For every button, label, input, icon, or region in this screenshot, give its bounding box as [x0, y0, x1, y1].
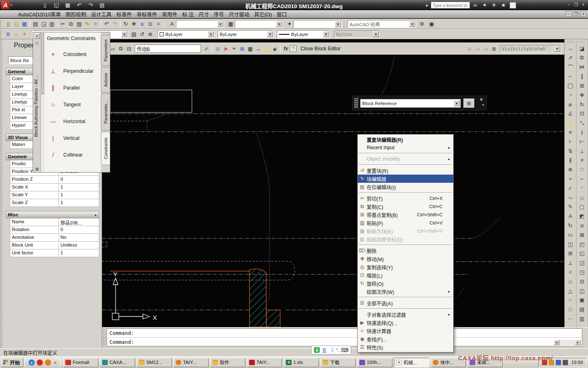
jogged-linear-icon[interactable]: 〜: [566, 193, 575, 202]
undo-icon[interactable]: ↶: [102, 20, 111, 28]
plot-icon[interactable]: ▤: [31, 20, 40, 28]
save-block-as-icon[interactable]: ⧉: [117, 45, 125, 53]
taskbar-jixie-acad[interactable]: A 机械...: [394, 358, 429, 367]
context-menu-item[interactable]: [359, 245, 452, 245]
angular-dimension-icon[interactable]: ∠: [566, 109, 575, 119]
bedit-icon[interactable]: [280, 45, 281, 52]
search-icon[interactable]: ∞: [472, 2, 479, 9]
tab-parameters[interactable]: Parameters: [101, 35, 110, 66]
modify-tool-11-icon[interactable]: ▣: [577, 296, 587, 305]
save-block-definition-icon[interactable]: ✔: [203, 45, 211, 53]
dim-tool-2-icon[interactable]: ⊞: [566, 249, 575, 258]
modify-tool-4-icon[interactable]: ⊠: [577, 230, 587, 240]
style-icon[interactable]: ▦: [227, 20, 235, 28]
menu-copy-selection[interactable]: ◎ 复制选择(Y): [358, 263, 453, 271]
favorites-icon[interactable]: ★: [500, 2, 507, 9]
modify-tool-5-icon[interactable]: ◰: [577, 240, 587, 249]
block-name-input[interactable]: [135, 45, 201, 53]
toolbar-icon[interactable]: [164, 20, 164, 28]
move-icon[interactable]: ✥: [577, 90, 587, 100]
subscription-center-icon[interactable]: ✦: [481, 2, 488, 9]
scroll-left-icon[interactable]: ◄: [554, 340, 559, 345]
quick-dimension-icon[interactable]: ⚡: [566, 118, 575, 128]
menu-item[interactable]: 图形绘制: [63, 10, 89, 18]
pan-icon[interactable]: ✥: [130, 20, 138, 28]
menu-paste[interactable]: ▥ 粘贴(P) Ctrl+V: [358, 219, 453, 227]
block-reference-combo[interactable]: Block Reference: [360, 99, 461, 108]
style-icon[interactable]: ✦: [285, 20, 294, 28]
tray-icon-4[interactable]: [563, 360, 568, 365]
menu-find[interactable]: ◉ 查找(F)...: [358, 335, 453, 343]
linetype-combo[interactable]: ByLayer: [218, 30, 274, 38]
workspace-settings-icon[interactable]: ▣: [428, 20, 436, 28]
match-properties-icon[interactable]: ✎: [83, 20, 91, 28]
help-icon[interactable]: ?: [290, 45, 296, 52]
scroll-track[interactable]: [559, 340, 575, 345]
section-header-misc[interactable]: Misc: [6, 211, 99, 218]
redo-icon[interactable]: ↷: [111, 20, 119, 28]
start-button[interactable]: 开始: [1, 358, 23, 367]
aligned-dimension-icon[interactable]: ⇗: [566, 53, 575, 63]
plot-preview-icon[interactable]: ◲: [40, 20, 48, 28]
minimize-button[interactable]: [566, 2, 572, 7]
toolbar-grip[interactable]: [354, 98, 359, 108]
constraint-vertical[interactable]: | Vertical: [47, 130, 99, 146]
property-row[interactable]: Name部品208...: [10, 218, 99, 226]
constraint-parallel[interactable]: ∥ Parallel: [47, 79, 99, 96]
context-menu-item[interactable]: [359, 153, 452, 154]
toolbar-icon[interactable]: [57, 20, 58, 28]
color-combo[interactable]: ByLayer: [158, 30, 215, 38]
drawing-canvas[interactable]: Y X: [102, 55, 564, 327]
foxmail-icon[interactable]: [37, 359, 43, 366]
firefox-icon[interactable]: [45, 359, 51, 366]
tolerance-icon[interactable]: ⊕: [566, 165, 575, 174]
workspace-combo[interactable]: AutoCAD 经典: [347, 20, 416, 28]
action-icon[interactable]: ➤: [222, 45, 230, 53]
communication-center-icon[interactable]: ✈: [491, 2, 497, 9]
menu-quickcalc[interactable]: ⌗ 快速计算器: [358, 327, 453, 335]
constraint-lock-icon[interactable]: ⊠: [238, 45, 246, 53]
continue-dimension-icon[interactable]: ⊦: [566, 137, 575, 146]
mirror-icon[interactable]: ⋈: [577, 63, 587, 72]
menu-repeat-block-editor[interactable]: 重复块编辑器(R): [358, 135, 453, 144]
dim-tool-8-icon[interactable]: □: [566, 305, 575, 314]
command-line[interactable]: Command:: [107, 329, 582, 338]
toolbar-options-icon[interactable]: [481, 103, 484, 107]
block-editor-icon[interactable]: ✧: [91, 20, 100, 28]
explode-icon[interactable]: ◇: [577, 193, 587, 202]
dim-tool-4-icon[interactable]: ⌗: [566, 267, 575, 277]
toolbar-grip[interactable]: [578, 40, 586, 43]
doc-restore-button[interactable]: [573, 11, 579, 17]
menu-item[interactable]: 尺寸驱动: [227, 10, 252, 18]
taskbar-caxa[interactable]: CAXA...: [100, 358, 135, 367]
taskbar-taiy-pdf[interactable]: TAIY...: [247, 358, 282, 367]
menu-block-editor[interactable]: ✎ 块编辑器: [358, 175, 453, 183]
style-combo[interactable]: [176, 20, 224, 28]
parameters-manager-icon[interactable]: fx: [282, 45, 290, 53]
layer-freeze-icon[interactable]: ☀: [20, 30, 29, 38]
linear-dimension-icon[interactable]: ↔: [566, 44, 575, 53]
tab-parameter-sets[interactable]: Parameter...: [101, 94, 110, 130]
trim-icon[interactable]: ∤: [577, 128, 587, 137]
menu-paste-to-original-coords[interactable]: ▧ 粘贴到原坐标(D): [358, 235, 453, 243]
dim-tool-7-icon[interactable]: ○: [566, 296, 575, 305]
quickcalc-icon[interactable]: ⌗: [154, 20, 163, 28]
taskbar-100h[interactable]: 100h...: [357, 358, 392, 367]
command-grip[interactable]: [103, 329, 105, 346]
menu-item[interactable]: 标准件: [114, 10, 134, 18]
taskbar-sm12-folder[interactable]: SM12...: [137, 358, 172, 367]
quick-launch-more-icon[interactable]: »: [54, 360, 56, 365]
join-icon[interactable]: ∷: [577, 165, 587, 174]
menu-item[interactable]: 其它(O): [252, 10, 274, 18]
modify-tool-8-icon[interactable]: ◳: [577, 267, 587, 277]
menu-scale[interactable]: ⊡ 缩放(L): [358, 271, 453, 279]
menu-paste-as-block[interactable]: ▦ 粘贴为块(K) Ctrl+Shift+V: [358, 227, 453, 235]
dimension-style-icon[interactable]: ▭: [566, 230, 575, 240]
menu-recent-input[interactable]: Recent Input ►: [358, 144, 453, 152]
doc-minimize-button[interactable]: [566, 11, 572, 17]
copy-clip-icon[interactable]: ⧉: [67, 20, 75, 28]
toolbar-grip[interactable]: [567, 40, 574, 43]
close-icon[interactable]: ×: [34, 33, 40, 39]
context-menu-item[interactable]: [359, 308, 452, 309]
new-file-icon[interactable]: ▯: [4, 20, 12, 28]
